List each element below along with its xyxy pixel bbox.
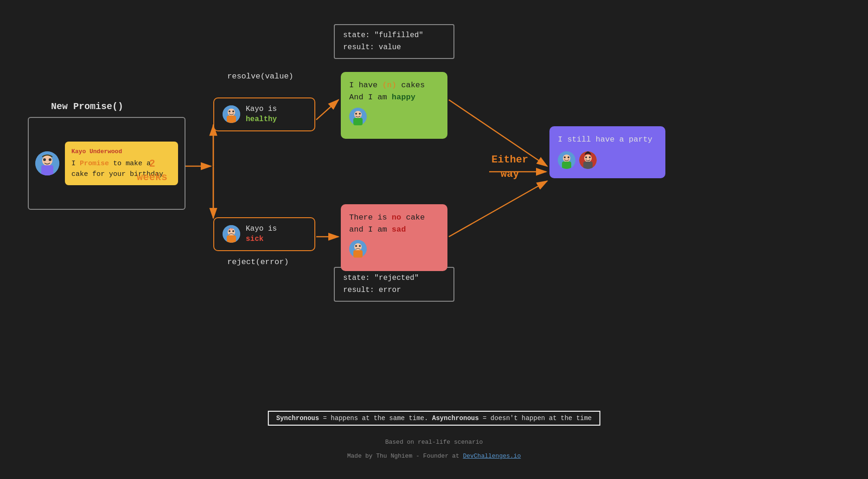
healthy-text: Kayo is healthy [246, 104, 277, 125]
red-result-card: There is no cake and I am sad [341, 204, 447, 271]
kayo-avatar-healthy [223, 105, 240, 123]
kayo-avatar-promise [35, 151, 59, 175]
svg-point-19 [232, 110, 234, 112]
reject-box: xx Kayo is sick [213, 217, 315, 251]
footer-based: Based on real-life scenario [385, 439, 483, 446]
rejected-box: state: "rejected" result: error [334, 267, 454, 302]
kayo-avatar-sick: xx [223, 225, 240, 243]
svg-point-34 [355, 245, 357, 247]
svg-rect-38 [562, 162, 571, 169]
svg-point-13 [43, 158, 46, 161]
svg-point-45 [589, 156, 591, 158]
footer-note: Synchronous = happens at the same time. … [268, 411, 600, 426]
svg-rect-28 [353, 118, 363, 125]
fulfilled-box: state: "fulfilled" result: value [334, 24, 454, 59]
party-card: I still have a party [549, 126, 665, 178]
svg-rect-43 [583, 162, 593, 169]
new-promise-label: New Promise() [51, 101, 123, 112]
party-avatar-1 [558, 151, 575, 169]
diagram-container: New Promise() Kayo Underwood I Promise t… [0, 0, 868, 479]
svg-line-5 [316, 100, 338, 120]
svg-point-30 [359, 113, 361, 115]
svg-point-14 [49, 158, 51, 161]
sick-text: Kayo is sick [246, 224, 277, 245]
svg-point-35 [359, 245, 361, 247]
svg-point-29 [355, 113, 357, 115]
svg-rect-33 [353, 250, 363, 258]
footer-made: Made by Thu Nghiem - Founder at DevChall… [347, 453, 521, 460]
svg-text:xx: xx [229, 227, 233, 231]
resolve-box: Kayo is healthy [213, 97, 315, 131]
resolve-label: resolve(value) [227, 72, 294, 81]
svg-rect-12 [41, 165, 53, 175]
svg-point-40 [568, 156, 569, 158]
svg-point-32 [354, 243, 362, 251]
svg-line-8 [449, 181, 547, 237]
green-result-card: I have (n) cakes And I am happy [341, 72, 447, 139]
svg-point-39 [564, 156, 566, 158]
svg-rect-17 [227, 116, 236, 123]
either-way-label: Either way [491, 153, 528, 182]
svg-rect-22 [227, 235, 236, 243]
party-avatar-2 [579, 151, 597, 169]
svg-point-44 [585, 156, 587, 158]
svg-point-18 [229, 110, 230, 112]
two-weeks-label: 2weeks [137, 158, 167, 184]
reject-label: reject(error) [227, 258, 289, 266]
footer-link[interactable]: DevChallenges.io [463, 453, 521, 460]
promise-person-name: Kayo Underwood [71, 147, 172, 156]
